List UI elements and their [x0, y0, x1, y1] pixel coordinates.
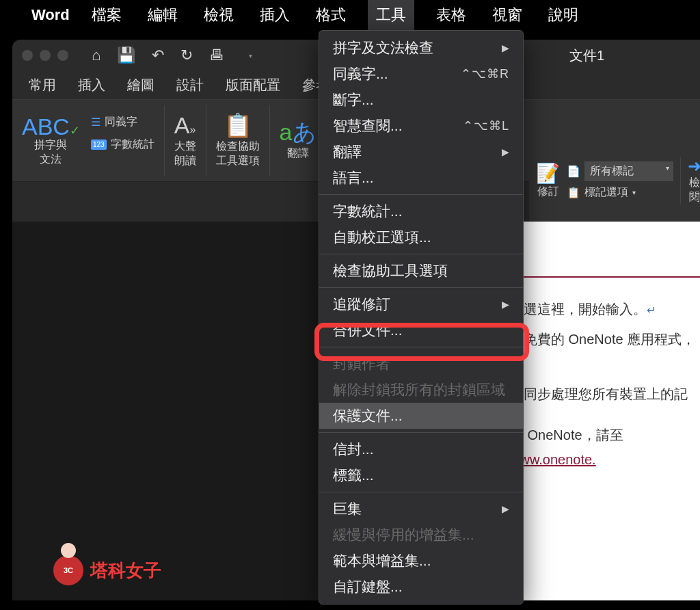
watermark: 3C 塔科女子: [53, 555, 161, 585]
markup-select[interactable]: 所有標記: [584, 161, 673, 181]
tab-layout[interactable]: 版面配置: [226, 76, 280, 94]
document-title: 文件1: [569, 47, 604, 65]
menu-item[interactable]: 同義字...⌃⌥⌘R: [319, 61, 523, 87]
menu-file[interactable]: 檔案: [88, 2, 126, 28]
spelling-grammar-button[interactable]: ABC✓ 拼字與 文法: [22, 115, 80, 167]
ribbon-review-section: 📝 修訂 📄 所有標記 📋 標記選項▾ ➜ 檢閱: [529, 140, 700, 222]
menu-item[interactable]: 合併文件...: [319, 317, 523, 343]
tools-dropdown: 拼字及文法檢查▶同義字...⌃⌥⌘R斷字...智慧查閱...⌃⌥⌘L翻譯▶語言.…: [319, 30, 524, 605]
menu-item-label: 語言...: [333, 168, 374, 187]
menu-item-label: 保護文件...: [333, 406, 403, 425]
close-button[interactable]: [22, 50, 33, 61]
track-changes-button[interactable]: 📝 修訂: [536, 162, 560, 199]
menu-item-label: 同義字...: [333, 64, 388, 83]
submenu-arrow-icon: ▶: [502, 42, 509, 53]
thesaurus-icon: ☰: [91, 116, 100, 129]
save-icon[interactable]: 💾: [117, 47, 135, 64]
redo-icon[interactable]: ↻: [180, 47, 193, 64]
abc-check-icon: ABC✓: [22, 115, 80, 138]
review-pane-icon: ➜: [688, 157, 700, 176]
watermark-avatar-icon: 3C: [53, 555, 83, 585]
menu-item: 封鎖作者: [319, 351, 523, 377]
menu-item[interactable]: 拼字及文法檢查▶: [319, 35, 523, 61]
menu-item-label: 緩慢與停用的增益集...: [333, 525, 474, 544]
menu-view[interactable]: 檢視: [200, 2, 238, 28]
menu-separator: [319, 287, 523, 288]
menu-item-label: 智慧查閱...: [333, 116, 403, 135]
menu-item-label: 解除封鎖我所有的封鎖區域: [333, 380, 505, 399]
menu-item-label: 合併文件...: [333, 321, 403, 340]
word-count-button[interactable]: 123 字數統計: [91, 137, 154, 152]
read-aloud-icon: A»: [174, 114, 196, 137]
menu-item[interactable]: 語言...: [319, 165, 523, 191]
menu-item: 解除封鎖我所有的封鎖區域: [319, 377, 523, 403]
accessibility-button[interactable]: 📋 檢查協助 工具選項: [206, 105, 270, 176]
doc-text-line: 用免費的 OneNote 應用程式，輕: [510, 327, 700, 376]
minimize-button[interactable]: [40, 50, 51, 61]
menu-separator: [319, 347, 523, 347]
menu-shortcut: ⌃⌥⌘L: [463, 118, 509, 133]
markup-options-button[interactable]: 📋 標記選項▾: [567, 185, 673, 200]
review-pane-button[interactable]: ➜ 檢閱: [680, 157, 700, 204]
menu-window[interactable]: 視窗: [488, 2, 526, 28]
menu-separator: [319, 194, 523, 195]
qat-customize-icon[interactable]: ▾: [249, 52, 252, 59]
menu-insert[interactable]: 插入: [256, 2, 294, 28]
submenu-arrow-icon: ▶: [502, 146, 509, 157]
menu-item[interactable]: 標籤...: [319, 462, 523, 488]
read-aloud-button[interactable]: A» 大聲 朗讀: [165, 105, 206, 176]
menu-item[interactable]: 字數統計...: [319, 198, 523, 224]
thesaurus-button[interactable]: ☰ 同義字: [91, 115, 137, 129]
menu-item[interactable]: 翻譯▶: [319, 139, 523, 165]
menu-item[interactable]: 斷字...: [319, 87, 523, 113]
wordcount-icon: 123: [91, 140, 107, 150]
menu-separator: [319, 254, 523, 254]
submenu-arrow-icon: ▶: [502, 503, 509, 514]
menu-item-label: 封鎖作者: [333, 354, 390, 373]
menu-separator: [319, 432, 523, 433]
menu-item[interactable]: 檢查協助工具選項: [319, 258, 523, 284]
menu-item: 緩慢與停用的增益集...: [319, 522, 523, 548]
menu-item[interactable]: 智慧查閱...⌃⌥⌘L: [319, 113, 523, 139]
menu-edit[interactable]: 編輯: [144, 2, 182, 28]
menu-item-label: 巨集: [333, 499, 362, 518]
menu-item[interactable]: 自訂鍵盤...: [319, 574, 523, 600]
menu-item[interactable]: 信封...: [319, 436, 523, 462]
menu-help[interactable]: 說明: [544, 2, 582, 28]
menu-tools[interactable]: 工具: [368, 0, 414, 32]
print-icon[interactable]: 🖶: [209, 47, 224, 64]
menu-item-label: 檢查協助工具選項: [333, 261, 448, 280]
undo-icon[interactable]: ↶: [152, 47, 164, 64]
doc-text-line: 點選這裡，開始輸入。↵: [510, 297, 700, 321]
menu-item-label: 範本與增益集...: [333, 551, 431, 570]
doc-text-line: 得 OneNote，請至 www.onenote.: [510, 423, 700, 472]
doc-text-line: 動同步處理您所有裝置上的記: [510, 382, 700, 406]
menu-item-label: 自訂鍵盤...: [333, 577, 403, 596]
translate-icon: aあ: [280, 120, 317, 144]
menu-item-label: 翻譯: [333, 142, 362, 161]
menu-shortcut: ⌃⌥⌘R: [461, 66, 509, 81]
menu-format[interactable]: 格式: [312, 2, 350, 28]
track-changes-icon: 📝: [536, 162, 560, 185]
page[interactable]: 點選這裡，開始輸入。↵ 用免費的 OneNote 應用程式，輕 動同步處理您所有…: [502, 222, 700, 600]
accessibility-icon: 📋: [224, 114, 252, 137]
home-icon[interactable]: ⌂: [92, 47, 100, 64]
tab-home[interactable]: 常用: [29, 76, 56, 94]
markup-options-icon: 📋: [567, 186, 580, 199]
menu-item[interactable]: 巨集▶: [319, 496, 523, 522]
zoom-button[interactable]: [57, 50, 68, 61]
menu-item[interactable]: 保護文件...: [319, 403, 523, 429]
tab-design[interactable]: 設計: [176, 76, 204, 94]
app-name[interactable]: Word: [31, 6, 70, 24]
menu-item[interactable]: 追蹤修訂▶: [319, 291, 523, 317]
ruler-line: [499, 276, 700, 278]
menu-item[interactable]: 範本與增益集...: [319, 548, 523, 574]
menu-table[interactable]: 表格: [432, 2, 470, 28]
markup-select-icon: 📄: [567, 165, 580, 178]
tab-insert[interactable]: 插入: [78, 76, 105, 94]
mac-menubar: Word 檔案 編輯 檢視 插入 格式 工具 表格 視窗 說明: [0, 0, 700, 30]
menu-item[interactable]: 自動校正選項...: [319, 224, 523, 250]
tab-draw[interactable]: 繪圖: [127, 76, 154, 94]
menu-item-label: 斷字...: [333, 90, 374, 109]
menu-item-label: 拼字及文法檢查: [333, 38, 433, 57]
